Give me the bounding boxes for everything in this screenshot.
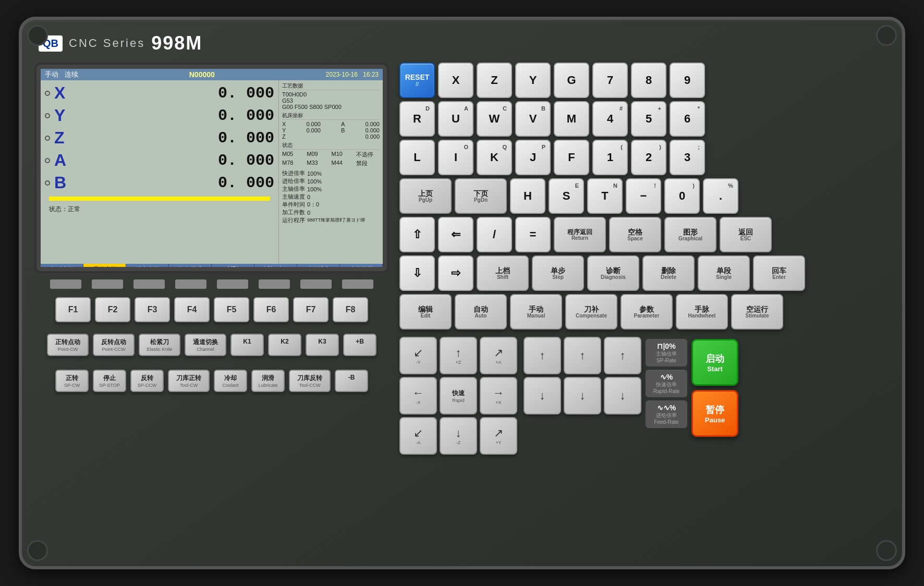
key-8[interactable]: 8 xyxy=(631,63,666,98)
jog-extra-up1[interactable]: ↑ xyxy=(524,337,561,374)
key-i[interactable]: IO xyxy=(438,140,473,175)
jog-extra-dn3[interactable]: ↓ xyxy=(604,377,641,414)
key-tool-ccw[interactable]: 刀库反转 Tool-CCW xyxy=(289,370,331,392)
key-7[interactable]: 7 xyxy=(592,63,628,98)
fkey-f6[interactable]: F6 xyxy=(253,297,289,322)
key-9[interactable]: 9 xyxy=(670,63,705,98)
jog-pos-a[interactable]: ↗ +A xyxy=(480,337,517,374)
key-j[interactable]: JP xyxy=(515,140,551,175)
key-pgdn[interactable]: 下页 PgDn xyxy=(455,178,507,214)
key-handwheel[interactable]: 手脉 Handwheel xyxy=(676,294,728,329)
key-coolant[interactable]: 冷却 Coolant xyxy=(214,370,247,392)
jog-neg-a[interactable]: ↙ -A xyxy=(399,417,437,455)
fkey-f4[interactable]: F4 xyxy=(174,297,210,322)
key-sp-cw[interactable]: 正转 SP-CW xyxy=(55,370,89,392)
key-esc[interactable]: 返回 ESC xyxy=(720,217,772,252)
key-pgup[interactable]: 上页 PgUp xyxy=(399,178,452,214)
key-sp-ccw[interactable]: 反转 SP-CCW xyxy=(130,370,164,392)
jog-rapid[interactable]: 快速 Rapid xyxy=(440,377,477,414)
tab-trial[interactable]: 试切对刀 xyxy=(254,264,297,267)
key-stimulate[interactable]: 空运行 Stimulate xyxy=(731,294,783,329)
key-f[interactable]: F xyxy=(554,140,589,175)
key-r[interactable]: RD xyxy=(399,101,435,137)
jog-neg-y[interactable]: ↙ -Y xyxy=(399,337,437,374)
jog-extra-up2[interactable]: ↑ xyxy=(564,337,601,374)
key-right[interactable]: ⇨ xyxy=(438,255,473,291)
key-equals[interactable]: = xyxy=(515,217,551,252)
jog-extra-dn1[interactable]: ↓ xyxy=(524,377,561,414)
key-down[interactable]: ⇩ xyxy=(399,255,435,291)
key-enter[interactable]: 回车 Enter xyxy=(753,255,805,291)
key-return[interactable]: 程序返回 Return xyxy=(554,217,606,252)
tab-workpiece[interactable]: 工件坐标 xyxy=(83,264,126,267)
tab-mdi[interactable]: MDI xyxy=(212,264,254,267)
key-diagnosis[interactable]: 诊断 Diagnosis xyxy=(587,255,639,291)
jog-pos-y[interactable]: ↗ +Y xyxy=(480,417,517,455)
key-elastic-knile[interactable]: 松紧刀 Elastic Knile xyxy=(139,334,180,356)
key-2[interactable]: 2) xyxy=(631,140,666,175)
key-slash[interactable]: / xyxy=(477,217,512,252)
key-0[interactable]: 0) xyxy=(664,178,700,214)
tab-step[interactable]: 单步/模式 xyxy=(169,264,212,267)
jog-neg-z[interactable]: ↓ -Z xyxy=(440,417,477,455)
tab-coord-sel[interactable]: 坐标选择 xyxy=(340,264,383,267)
key-step[interactable]: 单步 Step xyxy=(532,255,584,291)
key-channel[interactable]: 通道切换 Channel xyxy=(185,334,226,356)
key-3[interactable]: 3; xyxy=(670,140,705,175)
key-lubricate[interactable]: 润滑 Lubricate xyxy=(251,370,285,392)
key-l[interactable]: L xyxy=(399,140,435,175)
key-point-cw[interactable]: 正转点动 Point-CW xyxy=(47,334,89,356)
fkey-f7[interactable]: F7 xyxy=(293,297,329,322)
tab-combined[interactable]: 综合坐标 xyxy=(126,264,169,267)
key-minus-b[interactable]: -B xyxy=(335,370,368,392)
key-t[interactable]: TN xyxy=(587,178,623,214)
key-k2[interactable]: K2 xyxy=(268,334,301,356)
key-1[interactable]: 1( xyxy=(592,140,628,175)
key-shift[interactable]: 上档 Shift xyxy=(477,255,529,291)
key-5[interactable]: 5+ xyxy=(631,101,666,137)
key-minus[interactable]: −! xyxy=(626,178,661,214)
fkey-f1[interactable]: F1 xyxy=(55,297,91,322)
jog-pos-x[interactable]: → +X xyxy=(480,377,517,414)
key-single[interactable]: 单段 Single xyxy=(698,255,750,291)
jog-pos-z[interactable]: ↑ +Z xyxy=(440,337,477,374)
key-h[interactable]: H xyxy=(510,178,545,214)
key-4[interactable]: 4# xyxy=(592,101,628,137)
key-space[interactable]: 空格 Space xyxy=(609,217,661,252)
key-backspace[interactable]: ⇐ xyxy=(438,217,473,252)
start-button[interactable]: 启动 Start xyxy=(691,339,738,386)
key-delete[interactable]: 删除 Delete xyxy=(642,255,695,291)
tab-coord-set[interactable]: 坐标设定 xyxy=(297,264,340,267)
key-up[interactable]: ⇧ xyxy=(399,217,435,252)
tab-relative[interactable]: 相对坐标 xyxy=(41,264,83,267)
key-k1[interactable]: K1 xyxy=(230,334,264,356)
key-plus-b[interactable]: +B xyxy=(343,334,376,356)
key-parameter[interactable]: 参数 Parameter xyxy=(621,294,673,329)
key-v[interactable]: VB xyxy=(515,101,551,137)
key-z[interactable]: Z xyxy=(477,63,512,98)
key-k[interactable]: KQ xyxy=(477,140,512,175)
key-k3[interactable]: K3 xyxy=(306,334,339,356)
key-s[interactable]: SE xyxy=(549,178,584,214)
key-sp-stop[interactable]: 停止 SP-STOP xyxy=(93,370,126,392)
key-point-ccw[interactable]: 反转点动 Point-CCW xyxy=(93,334,135,356)
key-edit[interactable]: 编辑 Edit xyxy=(399,294,452,329)
key-u[interactable]: UA xyxy=(438,101,473,137)
fkey-f8[interactable]: F8 xyxy=(333,297,368,322)
fkey-f5[interactable]: F5 xyxy=(214,297,249,322)
key-auto[interactable]: 自动 Auto xyxy=(455,294,507,329)
jog-neg-x[interactable]: ← -X xyxy=(399,377,437,414)
pause-button[interactable]: 暂停 Pause xyxy=(691,390,738,437)
key-6[interactable]: 6* xyxy=(670,101,705,137)
key-g[interactable]: G xyxy=(554,63,589,98)
key-dot[interactable]: .% xyxy=(703,178,738,214)
key-w[interactable]: WC xyxy=(477,101,512,137)
fkey-f3[interactable]: F3 xyxy=(135,297,170,322)
jog-extra-dn2[interactable]: ↓ xyxy=(564,377,601,414)
key-compensate[interactable]: 刀补 Compensate xyxy=(565,294,617,329)
jog-extra-up3[interactable]: ↑ xyxy=(604,337,641,374)
key-manual[interactable]: 手动 Manual xyxy=(510,294,562,329)
key-m[interactable]: M xyxy=(554,101,589,137)
key-tool-cw[interactable]: 刀库正转 Tool-CW xyxy=(168,370,210,392)
key-x[interactable]: X xyxy=(438,63,473,98)
